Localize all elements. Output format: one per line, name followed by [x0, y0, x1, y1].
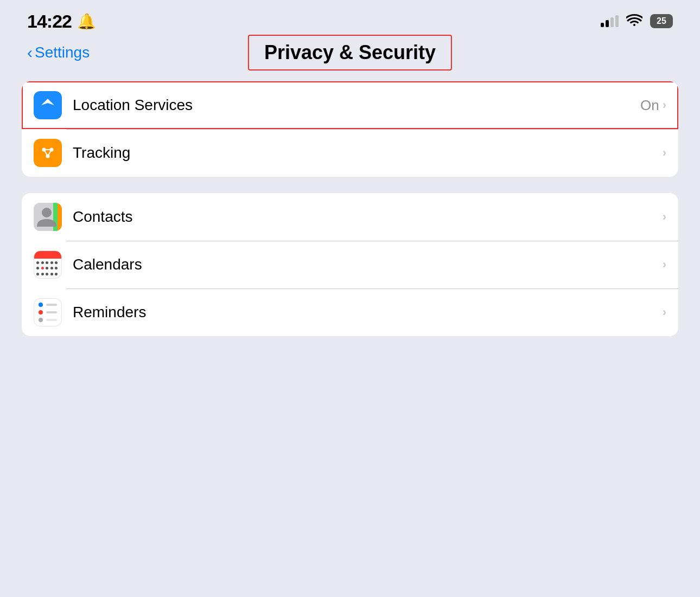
page-title: Privacy & Security — [264, 41, 436, 64]
calendars-chevron-icon: › — [663, 258, 666, 272]
status-time: 14:22 🔔 — [27, 11, 96, 32]
wifi-icon — [626, 13, 642, 30]
contacts-row[interactable]: Contacts › — [22, 193, 678, 241]
tracking-label: Tracking — [73, 144, 663, 162]
back-button[interactable]: ‹ Settings — [27, 43, 90, 62]
content: Location Services On › Tracking › — [0, 73, 700, 361]
location-services-value: On — [640, 97, 659, 114]
contacts-chevron-icon: › — [663, 210, 666, 224]
battery-level: 25 — [650, 14, 673, 28]
page-title-box: Privacy & Security — [248, 35, 452, 70]
settings-group-1: Location Services On › Tracking › — [22, 81, 678, 177]
nav-header: ‹ Settings Privacy & Security — [0, 38, 700, 73]
contacts-icon — [34, 203, 62, 231]
tracking-row[interactable]: Tracking › — [22, 129, 678, 177]
calendars-label: Calendars — [73, 256, 663, 273]
svg-point-9 — [42, 208, 52, 217]
calendars-icon — [34, 251, 62, 279]
reminders-label: Reminders — [73, 304, 663, 321]
tracking-chevron-icon: › — [663, 146, 666, 160]
settings-group-2: Contacts › — [22, 193, 678, 336]
signal-icon — [601, 15, 619, 27]
battery-indicator: 25 — [650, 14, 673, 28]
svg-rect-8 — [58, 203, 62, 231]
time-label: 14:22 — [27, 11, 72, 32]
calendars-row[interactable]: Calendars › — [22, 241, 678, 288]
svg-line-5 — [48, 150, 52, 156]
location-services-chevron-icon: › — [663, 98, 666, 112]
reminders-chevron-icon: › — [663, 305, 666, 319]
back-chevron-icon: ‹ — [27, 43, 33, 62]
contacts-label: Contacts — [73, 208, 663, 226]
location-services-label: Location Services — [73, 97, 640, 114]
status-right: 25 — [601, 13, 673, 30]
svg-line-4 — [44, 150, 48, 156]
location-icon — [34, 91, 62, 119]
bell-icon: 🔔 — [77, 12, 96, 30]
back-label: Settings — [35, 44, 90, 61]
svg-rect-7 — [53, 203, 58, 231]
reminders-icon — [34, 298, 62, 326]
status-bar: 14:22 🔔 25 — [0, 0, 700, 38]
tracking-icon — [34, 139, 62, 167]
location-services-row[interactable]: Location Services On › — [22, 81, 678, 129]
reminders-row[interactable]: Reminders › — [22, 288, 678, 336]
